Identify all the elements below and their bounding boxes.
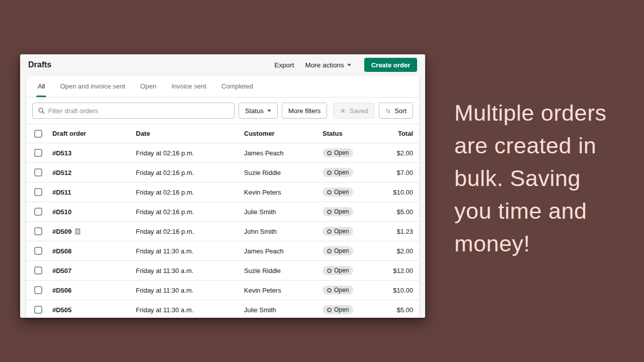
- table-row[interactable]: #D511 Friday at 02:16 p.m. Kevin Peters …: [26, 182, 419, 202]
- status-badge: Open: [323, 207, 353, 216]
- table-row[interactable]: #D505 Friday at 11:30 a.m. Julie Smith O…: [26, 300, 419, 318]
- filter-bar: Status More filters ★ Saved ↑↓ Sort: [26, 98, 419, 124]
- tab-all[interactable]: All: [30, 75, 52, 97]
- note-icon: [75, 228, 80, 235]
- order-customer: Kevin Peters: [244, 287, 323, 294]
- open-status-icon: [327, 229, 332, 234]
- status-label: Open: [334, 307, 349, 313]
- page-title: Drafts: [28, 60, 274, 69]
- table-body: #D513 Friday at 02:16 p.m. James Peach O…: [26, 143, 419, 318]
- open-status-icon: [327, 170, 332, 175]
- tab-label: All: [38, 82, 45, 90]
- open-status-icon: [327, 308, 332, 312]
- status-badge: Open: [323, 188, 353, 197]
- promo-line: bulk. Saving: [454, 162, 640, 195]
- draft-order-id: #D507: [52, 267, 71, 275]
- order-customer: John Smith: [244, 228, 323, 235]
- order-total: $1.23: [368, 228, 413, 235]
- status-filter-button[interactable]: Status: [238, 103, 278, 119]
- row-checkbox[interactable]: [34, 188, 42, 196]
- draft-order-id: #D513: [52, 149, 71, 157]
- order-total: $2.00: [368, 247, 413, 255]
- row-checkbox[interactable]: [34, 227, 42, 235]
- order-customer: James Peach: [244, 149, 323, 157]
- tab-open[interactable]: Open: [133, 75, 164, 97]
- status-badge: Open: [323, 286, 353, 295]
- chevron-down-icon: [347, 64, 351, 66]
- create-order-button[interactable]: Create order: [364, 58, 417, 72]
- table-row[interactable]: #D510 Friday at 02:16 p.m. Julie Smith O…: [26, 202, 419, 221]
- chevron-down-icon: [267, 110, 271, 112]
- search-input[interactable]: [48, 107, 229, 115]
- row-checkbox[interactable]: [34, 286, 42, 294]
- order-customer: Kevin Peters: [244, 189, 323, 196]
- table-row[interactable]: #D508 Friday at 11:30 a.m. James Peach O…: [26, 241, 419, 260]
- draft-order-id: #D512: [52, 169, 71, 176]
- saved-button[interactable]: ★ Saved: [333, 103, 374, 119]
- status-label: Open: [334, 267, 349, 274]
- status-label: Open: [334, 189, 349, 195]
- tab-label: Invoice sent: [172, 82, 206, 90]
- order-date: Friday at 02:16 p.m.: [136, 169, 244, 176]
- page-background: { "colors": { "background": "#63413f", "…: [0, 0, 644, 362]
- tab-open-and-invoice-sent[interactable]: Open and invoice sent: [52, 75, 132, 97]
- table-row[interactable]: #D509 Friday at 02:16 p.m. John Smith Op…: [26, 221, 419, 241]
- order-date: Friday at 11:30 a.m.: [136, 287, 244, 294]
- status-label: Open: [334, 209, 349, 215]
- status-label: Open: [334, 169, 349, 175]
- header-actions: Export More actions Create order: [274, 58, 417, 72]
- star-icon: ★: [340, 107, 346, 114]
- status-badge: Open: [323, 266, 353, 275]
- more-actions-button[interactable]: More actions: [305, 61, 351, 69]
- table-row[interactable]: #D506 Friday at 11:30 a.m. Kevin Peters …: [26, 280, 419, 300]
- export-button[interactable]: Export: [274, 61, 294, 69]
- promo-line: are created in: [454, 129, 640, 162]
- open-status-icon: [327, 268, 332, 273]
- tab-invoice-sent[interactable]: Invoice sent: [164, 75, 214, 97]
- tab-label: Open: [140, 82, 156, 90]
- draft-order-id: #D509: [52, 228, 71, 235]
- order-total: $10.00: [368, 287, 413, 294]
- order-date: Friday at 02:16 p.m.: [136, 228, 244, 235]
- table-row[interactable]: #D513 Friday at 02:16 p.m. James Peach O…: [26, 143, 419, 162]
- header-total: Total: [368, 130, 413, 137]
- open-status-icon: [327, 210, 332, 214]
- open-status-icon: [327, 190, 332, 195]
- search-box[interactable]: [32, 103, 234, 119]
- more-filters-button[interactable]: More filters: [282, 103, 327, 119]
- row-checkbox[interactable]: [34, 149, 42, 157]
- status-badge: Open: [323, 168, 353, 177]
- sort-button[interactable]: ↑↓ Sort: [379, 103, 413, 119]
- header-date: Date: [136, 130, 244, 137]
- open-status-icon: [327, 249, 332, 253]
- search-icon: [38, 107, 45, 114]
- status-badge: Open: [323, 148, 353, 157]
- table-row[interactable]: #D512 Friday at 02:16 p.m. Suzie Riddle …: [26, 162, 419, 182]
- order-date: Friday at 02:16 p.m.: [136, 208, 244, 216]
- order-date: Friday at 11:30 a.m.: [136, 267, 244, 275]
- sort-arrows-icon: ↑↓: [385, 107, 391, 114]
- row-checkbox[interactable]: [34, 168, 42, 176]
- promo-line: you time and: [454, 195, 640, 227]
- order-date: Friday at 02:16 p.m.: [136, 149, 244, 157]
- tab-completed[interactable]: Completed: [214, 75, 261, 97]
- table-row[interactable]: #D507 Friday at 11:30 a.m. Suzie Riddle …: [26, 260, 419, 280]
- order-date: Friday at 02:16 p.m.: [136, 189, 244, 196]
- order-customer: James Peach: [244, 247, 323, 255]
- select-all-checkbox[interactable]: [34, 130, 42, 138]
- order-date: Friday at 11:30 a.m.: [136, 306, 244, 314]
- row-checkbox[interactable]: [34, 266, 42, 275]
- order-customer: Julie Smith: [244, 306, 323, 314]
- order-total: $5.00: [368, 208, 413, 216]
- row-checkbox[interactable]: [34, 208, 42, 216]
- order-total: $10.00: [368, 189, 413, 196]
- order-total: $2.00: [368, 149, 413, 157]
- drafts-card: All Open and invoice sent Open Invoice s…: [26, 75, 419, 318]
- order-customer: Suzie Riddle: [244, 169, 323, 176]
- row-checkbox[interactable]: [34, 306, 42, 314]
- row-checkbox[interactable]: [34, 247, 42, 255]
- order-total: $7.00: [368, 169, 413, 176]
- status-label: Open: [334, 248, 349, 254]
- order-date: Friday at 11:30 a.m.: [136, 247, 244, 255]
- promo-line: Multiple orders: [454, 97, 640, 129]
